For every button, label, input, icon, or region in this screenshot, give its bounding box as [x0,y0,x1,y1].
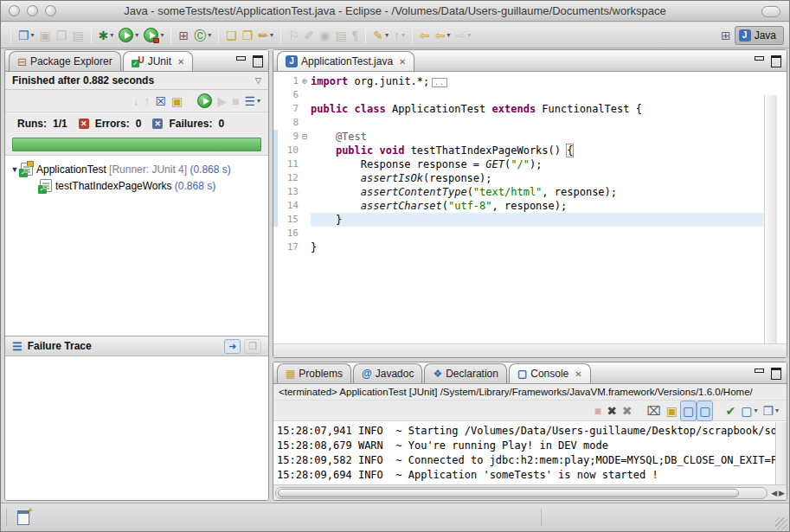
scroll-left-icon[interactable]: ◀ [771,489,777,497]
display-console-icon: ▢ [741,404,752,418]
line-number: 17 [278,240,299,254]
close-icon[interactable]: ✕ [399,57,406,67]
code-line[interactable]: 16 [273,227,764,240]
close-icon[interactable]: ✕ [575,369,581,379]
code-line[interactable]: 6 [273,88,764,102]
clear-console-button[interactable]: ⌧ [645,401,664,421]
scroll-lock-button[interactable]: ▣ [169,91,185,112]
tab-declaration[interactable]: ❖ Declaration [424,363,506,383]
zoom-window-button[interactable] [45,5,56,16]
minimize-button[interactable] [235,55,246,64]
code-text: public class ApplicationTest extends Fun… [311,102,764,116]
scroll-right-icon[interactable]: ▶ [779,489,785,497]
editor-body[interactable]: 1⊕import org.junit.*;..67public class Ap… [273,73,787,357]
test-name: testThatIndexPageWorks [55,180,172,192]
close-window-button[interactable] [9,5,20,16]
junit-test-row[interactable]: ✓testThatIndexPageWorks (0.868 s) [5,177,268,194]
tab-problems[interactable]: ▦ Problems [277,363,351,383]
fold-marker-icon[interactable]: ⊟ [299,130,311,144]
resize-grip[interactable] [775,517,787,529]
tab-package-explorer[interactable]: ⊟ Package Explorer [9,51,121,71]
code-segment: ); [530,158,542,170]
new-java-project-button[interactable]: ⊞ [176,25,191,46]
back-button[interactable]: ⇦▾ [433,25,453,46]
line-number: 7 [278,102,299,116]
code-line[interactable]: 12 assertIsOk(response); [273,171,764,185]
debug-button[interactable]: ✱▾ [96,25,117,46]
code-line[interactable]: 8 [273,116,764,130]
fast-view-button[interactable] [17,510,29,525]
editor-overview-ruler[interactable] [776,95,787,343]
code-segment [311,200,361,212]
java-perspective-button[interactable]: J Java [735,26,784,45]
tab-junit[interactable]: ✓U JUnit ✕ [123,51,194,71]
code-line[interactable]: 13 assertContentType("text/html", respon… [273,185,764,199]
last-edit-location-button[interactable]: ✎▾ [370,25,391,46]
print-button: ▤ [69,25,86,46]
test-view-menu-button[interactable]: ☰▾ [241,91,263,112]
tab-console[interactable]: ▢ Console ✕ [509,363,591,383]
line-number: 11 [278,157,299,171]
test-runner-label: [Runner: JUnit 4] [106,163,187,176]
code-line[interactable]: 11 Response response = GET("/"); [273,157,764,171]
toolbar-toggle-button[interactable] [761,6,780,17]
code-line[interactable]: 9⊟ @Test [273,130,764,144]
editor-horizontal-scrollbar[interactable] [273,343,787,357]
fold-marker-icon[interactable]: ⊕ [299,74,311,88]
failures-only-button[interactable]: ☒ [152,91,169,112]
minimize-button[interactable] [754,368,764,376]
run-button[interactable]: ▾ [116,25,141,46]
minimize-window-button[interactable] [27,5,38,16]
scrollbar-thumb[interactable] [278,489,739,497]
code-line[interactable]: 10 public void testThatIndexPageWorks() … [273,144,764,157]
code-segment: void [380,144,405,157]
rerun-test-button[interactable] [195,91,215,112]
console-horizontal-scrollbar[interactable]: ◀ ▶ [273,484,787,500]
maximize-button[interactable] [253,55,263,64]
junit-test-row[interactable]: ▼✓ApplicationTest [Runner: JUnit 4] (0.8… [5,161,268,177]
maximize-button[interactable] [771,55,781,64]
close-icon[interactable]: ✕ [177,57,184,67]
remove-all-terminated-button[interactable]: ✖ [620,401,635,421]
code-area[interactable]: 1⊕import org.junit.*;..67public class Ap… [273,74,764,343]
code-line[interactable]: 15 } [273,213,764,227]
open-console-button[interactable]: ❐▾ [760,401,781,421]
run-last-launched-button[interactable]: ▾ [141,25,166,46]
code-line[interactable]: 7public class ApplicationTest extends Fu… [273,102,764,116]
show-stdout-toggle[interactable]: ▢ [680,401,697,421]
display-console-button[interactable]: ▢▾ [738,401,760,421]
tab-javadoc[interactable]: @ Javadoc [353,363,422,383]
remove-launch-button[interactable]: ✖ [604,401,620,421]
open-type-button[interactable]: ❏ [223,25,240,46]
view-menu-chevron-icon[interactable]: ▽ [255,76,261,85]
code-line[interactable]: 14 assertCharset("utf-8", response); [273,199,764,213]
search-button[interactable]: ✏▾ [255,25,276,46]
editor-vertical-scrollbar[interactable] [764,95,776,343]
stack-trace-filter-button[interactable]: ➜ [224,339,241,354]
code-segment: , response); [542,186,617,198]
show-stderr-toggle[interactable]: ▢ [697,401,713,421]
code-line[interactable]: 1⊕import org.junit.*;.. [273,74,764,88]
back-to-junit-button[interactable]: ⇦ [417,25,433,46]
compare-result-button: ❒ [244,339,261,354]
pin-console-button[interactable]: ✔ [723,401,738,421]
console-vertical-scrollbar[interactable] [775,422,787,484]
fold-column [299,157,311,171]
minimize-button[interactable] [754,55,764,64]
new-wizard-button[interactable]: ❐▾ [16,25,37,46]
console-output[interactable]: 15:28:07,941 INFO ~ Starting /Volumes/Da… [273,422,775,484]
mark-occurrences-button: ⚐ [286,25,302,46]
open-resource-button[interactable]: ❐ [240,25,256,46]
scrollbar-track[interactable] [275,487,768,499]
code-segment: .. [432,78,447,87]
code-segment: "utf-8" [448,200,492,212]
new-class-button[interactable]: Ⓒ▾ [191,25,214,46]
failure-trace-header: ☰ Failure Trace ➜❒ [5,336,268,356]
statusbar-separator [6,509,7,526]
scroll-lock-button[interactable]: ▣ [664,401,680,421]
code-line[interactable]: 17} [273,240,764,254]
maximize-button[interactable] [771,368,781,376]
code-segment: ( [467,186,473,198]
tab-applicationtest-java[interactable]: J ApplicationTest.java ✕ [277,51,414,71]
open-perspective-button[interactable]: ⊞ [721,29,731,42]
